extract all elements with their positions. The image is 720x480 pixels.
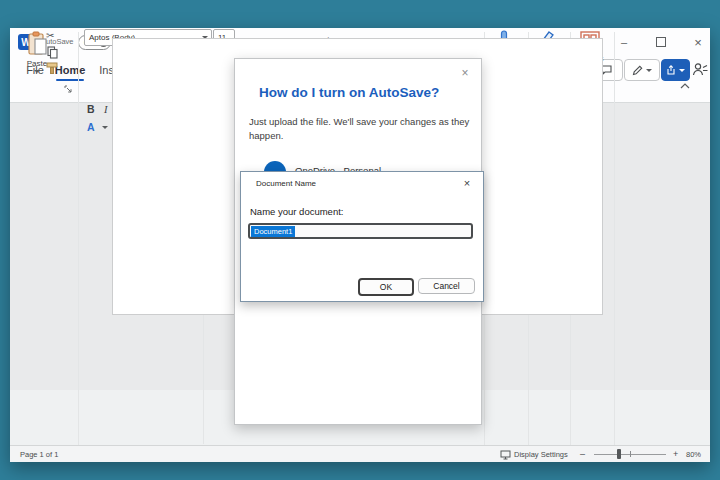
- zoom-slider-center-tick: [630, 451, 631, 457]
- text-effects-button[interactable]: A: [87, 117, 95, 133]
- status-bar: Page 1 of 1 Display Settings – + 80%: [10, 445, 710, 462]
- document-name-input[interactable]: Document1: [248, 223, 473, 239]
- pencil-icon: [632, 65, 643, 76]
- selected-input-text: Document1: [251, 226, 295, 237]
- minimize-button[interactable]: –: [613, 34, 635, 50]
- maximize-icon: [656, 37, 666, 47]
- document-name-dialog-title: Document Name: [256, 179, 316, 188]
- share-chevron-icon: [679, 69, 685, 72]
- document-name-close-button[interactable]: ×: [459, 175, 475, 191]
- maximize-button[interactable]: [650, 34, 672, 50]
- word-window: W AutoSave On Document1 - Word –: [10, 28, 710, 462]
- editing-mode-chevron-icon: [646, 69, 652, 72]
- paste-dropdown-icon[interactable]: [34, 70, 40, 73]
- autosave-dialog-close-button[interactable]: ×: [457, 65, 473, 81]
- collapse-ribbon-button[interactable]: [680, 83, 690, 89]
- group-separator: [78, 32, 79, 450]
- zoom-slider-thumb[interactable]: [617, 449, 621, 459]
- display-settings-icon: [500, 450, 511, 460]
- cancel-button[interactable]: Cancel: [418, 278, 475, 294]
- autosave-dialog-title: How do I turn on AutoSave?: [259, 85, 439, 100]
- page-indicator[interactable]: Page 1 of 1: [20, 450, 58, 459]
- clipboard-dialog-launcher-icon[interactable]: [64, 85, 72, 93]
- people-icon[interactable]: [692, 62, 709, 77]
- text-effects-dropdown-icon[interactable]: [102, 126, 108, 129]
- cut-icon[interactable]: ✂: [46, 30, 54, 41]
- bold-button[interactable]: B: [87, 100, 95, 115]
- name-prompt-label: Name your document:: [250, 206, 343, 217]
- active-tab-underline: [56, 79, 84, 82]
- zoom-level[interactable]: 80%: [686, 450, 701, 459]
- group-separator: [614, 32, 615, 450]
- autosave-dialog-body: Just upload the file. We'll save your ch…: [249, 115, 477, 144]
- zoom-in-button[interactable]: +: [673, 449, 678, 459]
- collapse-chevron-icon: [680, 83, 690, 89]
- share-button[interactable]: [661, 59, 690, 81]
- share-icon: [666, 65, 676, 75]
- italic-button[interactable]: I: [104, 100, 108, 115]
- zoom-out-button[interactable]: –: [580, 449, 585, 459]
- desktop-background: W AutoSave On Document1 - Word –: [0, 0, 720, 480]
- clipboard-icon: [26, 31, 48, 57]
- document-name-dialog: Document Name × Name your document: Docu…: [240, 171, 484, 302]
- paste-button[interactable]: [26, 31, 48, 57]
- ok-button[interactable]: OK: [358, 278, 414, 296]
- close-button[interactable]: ×: [687, 34, 709, 50]
- display-settings-button[interactable]: Display Settings: [514, 450, 568, 459]
- editing-mode-button[interactable]: [624, 59, 660, 81]
- format-painter-icon[interactable]: [46, 62, 58, 74]
- copy-icon[interactable]: [47, 46, 58, 59]
